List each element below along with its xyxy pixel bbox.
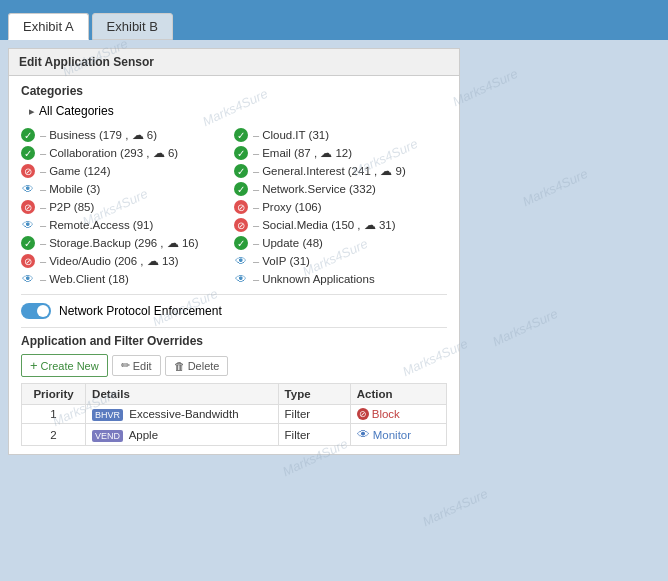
categories-grid: ✓ – Business (179 , ☁ 6) ✓ – Collaborati… [21,126,447,288]
table-header-row: Priority Details Type Action [22,384,447,405]
plus-icon: + [30,358,38,373]
list-item: ⊘ – Video/Audio (206 , ☁ 13) [21,252,234,270]
monitor-action: 👁 Monitor [357,427,440,442]
green-check-icon: ✓ [234,164,248,178]
detail-text: Apple [129,429,158,441]
priority-cell: 1 [22,405,86,424]
priority-cell: 2 [22,424,86,446]
block-action: ⊘ Block [357,408,440,420]
list-item: ✓ – Cloud.IT (31) [234,126,447,144]
col-header-details: Details [86,384,278,405]
list-item: ✓ – Email (87 , ☁ 12) [234,144,447,162]
divider [21,294,447,295]
delete-button[interactable]: 🗑 Delete [165,356,229,376]
block-icon: ⊘ [357,408,369,420]
red-block-icon: ⊘ [21,164,35,178]
list-item: ✓ – Collaboration (293 , ☁ 6) [21,144,234,162]
blue-eye-icon: 👁 [234,272,248,286]
green-check-icon: ✓ [21,236,35,250]
col-header-action: Action [350,384,446,405]
green-check-icon: ✓ [234,236,248,250]
divider2 [21,327,447,328]
categories-title: Categories [21,84,447,98]
vend-tag: VEND [92,430,123,442]
red-block-icon: ⊘ [234,218,248,232]
list-item: ✓ – Storage.Backup (296 , ☁ 16) [21,234,234,252]
red-block-icon: ⊘ [21,254,35,268]
bhvr-tag: BHVR [92,409,123,421]
list-item: ✓ – Network.Service (332) [234,180,447,198]
edit-panel: Edit Application Sensor Categories ▸ All… [8,48,460,455]
type-cell: Filter [278,405,350,424]
tabs-bar: Exhibit A Exhibit B [0,0,668,40]
green-check-icon: ✓ [21,128,35,142]
green-check-icon: ✓ [21,146,35,160]
edit-button[interactable]: ✏ Edit [112,355,161,376]
all-categories-label: All Categories [39,104,114,118]
list-item: 👁 – Remote.Access (91) [21,216,234,234]
list-item: ⊘ – P2P (85) [21,198,234,216]
action-cell: ⊘ Block [350,405,446,424]
npe-row: Network Protocol Enforcement [21,303,447,319]
green-check-icon: ✓ [234,146,248,160]
overrides-title: Application and Filter Overrides [21,334,447,348]
detail-text: Excessive-Bandwidth [129,408,238,420]
list-item: ⊘ – Proxy (106) [234,198,447,216]
list-item: 👁 – Web.Client (18) [21,270,234,288]
red-block-icon: ⊘ [21,200,35,214]
list-item: ✓ – Business (179 , ☁ 6) [21,126,234,144]
categories-col-right: ✓ – Cloud.IT (31) ✓ – Email (87 , ☁ 12) … [234,126,447,288]
details-cell: BHVR Excessive-Bandwidth [86,405,278,424]
details-cell: VEND Apple [86,424,278,446]
expand-arrow-icon: ▸ [29,105,35,118]
list-item: 👁 – Mobile (3) [21,180,234,198]
categories-col-left: ✓ – Business (179 , ☁ 6) ✓ – Collaborati… [21,126,234,288]
overrides-toolbar: + Create New ✏ Edit 🗑 Delete [21,354,447,377]
green-check-icon: ✓ [234,128,248,142]
action-cell: 👁 Monitor [350,424,446,446]
list-item: ⊘ – Social.Media (150 , ☁ 31) [234,216,447,234]
npe-label: Network Protocol Enforcement [59,304,222,318]
panel-body: Categories ▸ All Categories ✓ – Business… [9,76,459,454]
blue-eye-icon: 👁 [21,182,35,196]
col-header-priority: Priority [22,384,86,405]
edit-icon: ✏ [121,359,130,372]
list-item: 👁 – VoIP (31) [234,252,447,270]
tab-exhibit-a[interactable]: Exhibit A [8,13,89,40]
blue-eye-icon: 👁 [234,254,248,268]
blue-eye-icon: 👁 [21,218,35,232]
list-item: 👁 – Unknown Applications [234,270,447,288]
create-new-button[interactable]: + Create New [21,354,108,377]
red-block-icon: ⊘ [234,200,248,214]
list-item: ⊘ – Game (124) [21,162,234,180]
list-item: ✓ – Update (48) [234,234,447,252]
panel-header: Edit Application Sensor [9,49,459,76]
monitor-icon: 👁 [357,427,370,442]
blue-eye-icon: 👁 [21,272,35,286]
green-check-icon: ✓ [234,182,248,196]
table-row: 1 BHVR Excessive-Bandwidth Filter ⊘ Bloc… [22,405,447,424]
trash-icon: 🗑 [174,360,185,372]
all-categories-row: ▸ All Categories [29,104,447,118]
tab-exhibit-b[interactable]: Exhibit B [92,13,173,40]
col-header-type: Type [278,384,350,405]
overrides-table: Priority Details Type Action 1 BHVR Exce… [21,383,447,446]
type-cell: Filter [278,424,350,446]
npe-toggle[interactable] [21,303,51,319]
list-item: ✓ – General.Interest (241 , ☁ 9) [234,162,447,180]
table-row: 2 VEND Apple Filter 👁 Monitor [22,424,447,446]
